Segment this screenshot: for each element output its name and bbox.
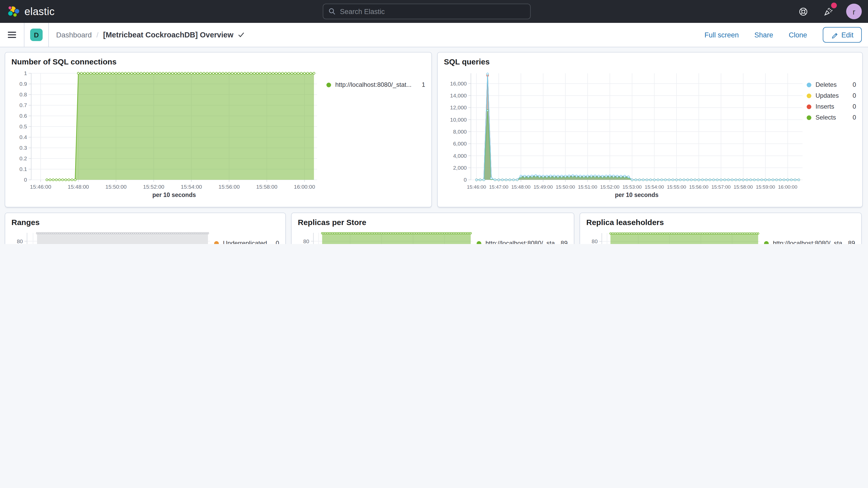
- svg-text:15:55:00: 15:55:00: [667, 184, 686, 190]
- divider: [48, 23, 49, 47]
- toolbar-actions: Full screen Share Clone Edit: [705, 27, 868, 42]
- panel-replica-leaseholders: Replica leaseholders0102030405060708015:…: [580, 213, 862, 244]
- svg-text:15:56:00: 15:56:00: [219, 184, 240, 190]
- svg-text:0.5: 0.5: [20, 123, 27, 129]
- svg-text:15:58:00: 15:58:00: [734, 184, 753, 190]
- svg-text:16:00:00: 16:00:00: [778, 184, 797, 190]
- space-initial: D: [34, 31, 39, 39]
- legend-item[interactable]: Updates0: [807, 90, 856, 101]
- dashboard-row: Number of SQL connections00.10.20.30.40.…: [5, 52, 863, 207]
- panel-sql-connections: Number of SQL connections00.10.20.30.40.…: [5, 52, 432, 207]
- notification-dot: [831, 3, 837, 8]
- svg-text:0: 0: [464, 177, 467, 183]
- edit-button[interactable]: Edit: [823, 27, 862, 42]
- svg-text:10,000: 10,000: [450, 117, 467, 123]
- edit-button-label: Edit: [841, 31, 854, 39]
- svg-text:15:51:00: 15:51:00: [578, 184, 597, 190]
- legend-dot-icon: [807, 83, 811, 87]
- svg-text:15:48:00: 15:48:00: [68, 184, 89, 190]
- chart-replicas-per-store-plot: 0102030405060708015:46:0015:49:0015:52:0…: [298, 229, 476, 244]
- legend-sql-connections: http://localhost:8080/_stat...1: [327, 68, 425, 201]
- legend-dot-icon: [214, 241, 219, 244]
- avatar[interactable]: r: [846, 4, 862, 19]
- chart-sql-connections-plot: 00.10.20.30.40.50.60.70.80.9115:46:0015:…: [11, 68, 321, 201]
- help-icon[interactable]: [796, 5, 810, 18]
- svg-text:0.4: 0.4: [20, 134, 27, 140]
- svg-text:80: 80: [592, 238, 598, 244]
- news-icon[interactable]: [821, 5, 835, 18]
- legend-item[interactable]: Deletes0: [807, 80, 856, 90]
- elastic-logo-icon: [7, 5, 20, 18]
- svg-text:15:46:00: 15:46:00: [467, 184, 486, 190]
- svg-text:1: 1: [24, 70, 27, 76]
- legend-item[interactable]: http://localhost:8080/_sta...89: [764, 238, 855, 244]
- svg-text:80: 80: [17, 238, 23, 244]
- elastic-brand[interactable]: elastic: [0, 5, 55, 18]
- legend-dot-icon: [807, 104, 811, 109]
- chart-region-replica-leaseholders: 0102030405060708015:46:0015:49:0015:52:0…: [580, 229, 861, 244]
- legend-value: 0: [852, 80, 856, 90]
- svg-text:15:48:00: 15:48:00: [511, 184, 530, 190]
- menu-icon[interactable]: [0, 23, 24, 47]
- breadcrumb: Dashboard / [Metricbeat CockroachDB] Ove…: [56, 31, 244, 39]
- full-screen-button[interactable]: Full screen: [705, 31, 739, 39]
- svg-text:0.8: 0.8: [20, 91, 27, 97]
- legend-item[interactable]: Selects0: [807, 112, 856, 123]
- breadcrumb-dashboard[interactable]: Dashboard: [56, 31, 92, 39]
- chart-region-replicas-per-store: 0102030405060708015:46:0015:49:0015:52:0…: [291, 229, 574, 244]
- svg-text:15:46:00: 15:46:00: [30, 184, 51, 190]
- legend-label: http://localhost:8080/_stat...: [335, 80, 417, 90]
- panel-title-ranges: Ranges: [5, 213, 285, 229]
- legend-value: 89: [848, 238, 855, 244]
- clone-button[interactable]: Clone: [789, 31, 807, 39]
- svg-text:0.3: 0.3: [20, 145, 27, 151]
- svg-text:80: 80: [303, 238, 309, 244]
- legend-dot-icon: [807, 94, 811, 98]
- chart-sql-queries-plot: 02,0004,0006,0008,00010,00012,00014,0001…: [444, 68, 807, 201]
- svg-text:14,000: 14,000: [450, 92, 467, 98]
- legend-item[interactable]: Underreplicated0: [214, 238, 279, 244]
- legend-dot-icon: [327, 83, 331, 87]
- svg-text:15:47:00: 15:47:00: [489, 184, 508, 190]
- pencil-icon: [831, 31, 838, 38]
- legend-value: 0: [852, 101, 856, 112]
- legend-item[interactable]: Inserts0: [807, 101, 856, 112]
- legend-item[interactable]: http://localhost:8080/_stat...1: [327, 80, 425, 90]
- chart-ranges-plot: 0102030405060708015:46:0015:48:0015:50:0…: [11, 229, 214, 244]
- panel-title-sql-connections: Number of SQL connections: [5, 53, 431, 68]
- svg-text:8,000: 8,000: [453, 129, 467, 134]
- svg-text:16,000: 16,000: [450, 81, 467, 87]
- legend-value: 0: [852, 112, 856, 123]
- app: elastic: [0, 0, 868, 244]
- title-caret-icon[interactable]: [238, 32, 244, 38]
- legend-replica-leaseholders: http://localhost:8080/_sta...89: [764, 229, 855, 244]
- panel-title-replica-leaseholders: Replica leaseholders: [580, 213, 861, 229]
- divider: [24, 23, 24, 47]
- svg-text:6,000: 6,000: [453, 141, 467, 147]
- svg-text:15:57:00: 15:57:00: [711, 184, 731, 190]
- legend-value: 89: [561, 238, 567, 244]
- svg-text:15:53:00: 15:53:00: [622, 184, 642, 190]
- breadcrumb-separator: /: [96, 31, 98, 39]
- avatar-initial: r: [852, 7, 855, 16]
- legend-label: Deletes: [815, 80, 848, 90]
- svg-text:12,000: 12,000: [450, 104, 467, 111]
- search-input[interactable]: [336, 7, 530, 16]
- legend-label: http://localhost:8080/_sta...: [486, 238, 556, 244]
- chart-region-sql-queries: 02,0004,0006,0008,00010,00012,00014,0001…: [438, 68, 862, 205]
- global-search[interactable]: [323, 4, 531, 19]
- space-avatar[interactable]: D: [30, 29, 42, 41]
- legend-replicas-per-store: http://localhost:8080/_sta...89: [476, 229, 567, 244]
- search-icon: [329, 8, 336, 15]
- legend-label: Underreplicated: [223, 238, 272, 244]
- legend-item[interactable]: http://localhost:8080/_sta...89: [476, 238, 567, 244]
- svg-text:0.1: 0.1: [20, 166, 27, 172]
- svg-text:16:00:00: 16:00:00: [294, 184, 315, 190]
- legend-label: Selects: [815, 112, 848, 123]
- legend-label: http://localhost:8080/_sta...: [773, 238, 844, 244]
- svg-text:0.6: 0.6: [20, 113, 27, 119]
- svg-text:2,000: 2,000: [453, 165, 467, 171]
- share-button[interactable]: Share: [754, 31, 773, 39]
- svg-text:15:59:00: 15:59:00: [756, 184, 775, 190]
- svg-text:15:52:00: 15:52:00: [143, 184, 164, 190]
